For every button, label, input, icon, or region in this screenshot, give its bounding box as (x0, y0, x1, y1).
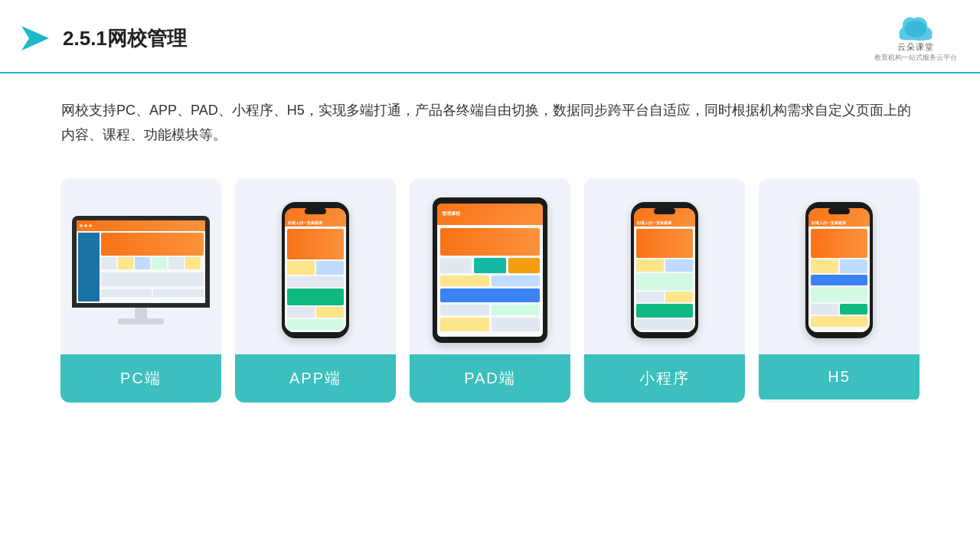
phone-mockup-h5: 职通人的一堂刷题课 (805, 202, 873, 338)
brand-cloud-icon (895, 14, 936, 41)
pc-monitor-icon (72, 216, 210, 324)
brand-logo: 云朵课堂 教育机构一站式服务云平台 (874, 14, 957, 63)
card-app: 职通人的一堂刷题课 (235, 178, 396, 403)
brand-name: 云朵课堂 (897, 41, 934, 53)
description-text: 网校支持PC、APP、PAD、小程序、H5，实现多端打通，产品各终端自由切换，数… (0, 73, 980, 163)
svg-marker-0 (21, 26, 49, 51)
card-h5: 职通人的一堂刷题课 (759, 178, 920, 403)
card-pc-label: PC端 (60, 354, 221, 403)
phone-mockup-mini: 职通人的一堂刷题课 (631, 202, 698, 338)
logo-arrow-icon (15, 20, 52, 57)
card-h5-image: 职通人的一堂刷题课 (759, 178, 920, 354)
tablet-mockup-pad: 管理课程 (433, 197, 547, 343)
card-pad-label: PAD端 (410, 354, 570, 403)
cards-container: PC端 职通人的一堂刷题课 (0, 163, 980, 425)
card-app-image: 职通人的一堂刷题课 (235, 178, 396, 354)
page-title: 2.5.1网校管理 (63, 25, 187, 52)
card-h5-label: H5 (759, 354, 920, 399)
card-pad: 管理课程 (410, 178, 570, 403)
card-app-label: APP端 (235, 354, 396, 403)
svg-point-7 (905, 21, 927, 37)
card-pc-image (60, 178, 221, 354)
phone-mockup-app: 职通人的一堂刷题课 (282, 202, 349, 338)
brand-tagline: 教育机构一站式服务云平台 (874, 53, 957, 63)
card-pad-image: 管理课程 (410, 178, 570, 354)
card-miniprogram: 职通人的一堂刷题课 (584, 178, 745, 403)
card-pc: PC端 (60, 178, 221, 403)
header-right: 云朵课堂 教育机构一站式服务云平台 (874, 14, 957, 63)
card-miniprogram-image: 职通人的一堂刷题课 (584, 178, 745, 354)
page-header: 2.5.1网校管理 云朵课堂 教育机构一站式服务云平台 (0, 0, 980, 73)
card-miniprogram-label: 小程序 (584, 354, 745, 403)
header-left: 2.5.1网校管理 (15, 20, 187, 57)
